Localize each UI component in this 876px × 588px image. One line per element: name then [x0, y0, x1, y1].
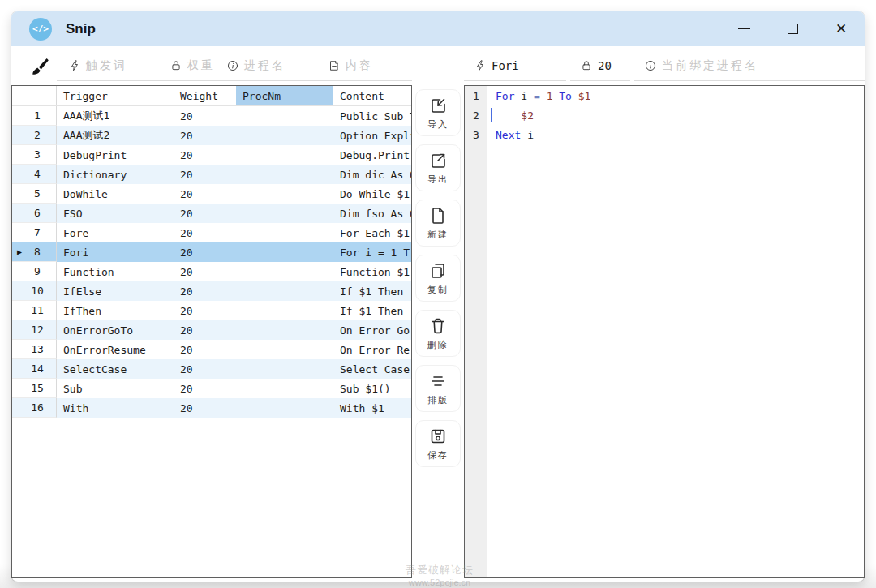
close-button[interactable]: ✕: [829, 17, 853, 41]
clear-filters-button[interactable]: [24, 52, 55, 81]
row-number-cell: 10: [12, 281, 57, 301]
column-header-procnm[interactable]: ProcNm: [236, 86, 333, 105]
trigger-cell: With: [57, 398, 174, 418]
code-token: 1: [547, 90, 553, 102]
procnm-cell: [236, 379, 333, 398]
trigger-cell: Dictionary: [57, 165, 174, 184]
toolbar: 触发词 权重 进程名: [11, 46, 865, 85]
code-line[interactable]: 3 Next i: [465, 125, 864, 144]
row-number-cell: 15: [12, 379, 57, 398]
row-number-cell: 11: [12, 301, 57, 320]
column-header-trigger[interactable]: Trigger: [57, 86, 174, 105]
row-number: 13: [27, 343, 56, 355]
row-number: 3: [27, 148, 56, 161]
procnm-cell: [236, 106, 333, 126]
procnm-cell: [236, 204, 333, 223]
code-line[interactable]: 1 For i = 1 To $1: [465, 86, 864, 105]
code-line[interactable]: 2 $2: [465, 105, 864, 125]
procnm-cell: [236, 301, 333, 320]
column-header-weight[interactable]: Weight: [174, 86, 236, 105]
table-row[interactable]: 16 With 20 With $1: [12, 398, 411, 418]
table-row[interactable]: 10 IfElse 20 If $1 Then: [12, 281, 411, 301]
line-number: 2: [465, 105, 487, 125]
row-number: 5: [27, 187, 56, 200]
code-token: i: [514, 90, 533, 102]
lightning-icon: [69, 60, 80, 71]
format-lines-icon: [428, 371, 448, 391]
code-token: $2: [521, 109, 534, 122]
weight-filter-input[interactable]: 权重: [170, 51, 227, 80]
table-row[interactable]: 15 Sub 20 Sub $1(): [12, 379, 411, 398]
new-button[interactable]: 新建: [415, 200, 461, 247]
snippet-weight-field[interactable]: 20: [570, 51, 630, 81]
table-row[interactable]: 6 FSO 20 Dim fso As O: [12, 204, 411, 223]
lock-icon: [170, 60, 182, 71]
save-button[interactable]: 保存: [415, 420, 461, 467]
process-filter-input[interactable]: 进程名: [227, 51, 328, 80]
line-number: 1: [465, 86, 487, 105]
procnm-cell: [236, 398, 333, 418]
table-row[interactable]: 4 Dictionary 20 Dim dic As O: [12, 165, 411, 184]
table-row[interactable]: 9 Function 20 Function $1: [12, 262, 411, 281]
import-button[interactable]: 导入: [415, 89, 461, 136]
row-number: 9: [27, 265, 56, 277]
snippet-process-field[interactable]: 当前绑定进程名: [634, 51, 865, 81]
table-row[interactable]: 7 Fore 20 For Each $1: [12, 223, 411, 242]
row-number: 8: [27, 246, 56, 258]
code-token: $1: [578, 90, 591, 102]
snippet-trigger-value: Fori: [492, 59, 519, 72]
trigger-cell: AAA测试1: [57, 106, 174, 126]
snippet-trigger-field[interactable]: Fori: [464, 51, 566, 81]
delete-button[interactable]: 删除: [415, 310, 461, 357]
weight-cell: 20: [174, 204, 236, 223]
minimize-button[interactable]: [732, 17, 756, 41]
format-button[interactable]: 排版: [415, 365, 461, 412]
row-number: 7: [27, 226, 56, 238]
content-cell: For Each $1: [333, 223, 411, 242]
trigger-cell: FSO: [57, 204, 174, 223]
procnm-cell: [236, 126, 333, 145]
table-row[interactable]: 14 SelectCase 20 Select Case: [12, 359, 411, 379]
code-text: $2: [487, 105, 864, 125]
row-number: 2: [27, 129, 56, 141]
app-window: </> Snip ✕ 触发词: [11, 11, 865, 582]
row-number-cell: ▶ 8: [12, 242, 57, 262]
row-number: 6: [27, 207, 56, 219]
weight-cell: 20: [174, 359, 236, 379]
code-editor[interactable]: 1 For i = 1 To $1 2 $2 3 Next i: [464, 85, 865, 578]
content-cell: Dim dic As O: [333, 165, 411, 184]
main-area: Trigger Weight ProcNm Content 1 AAA测试1 2…: [11, 85, 865, 582]
table-row[interactable]: 2 AAA测试2 20 Option Expli: [12, 126, 411, 145]
trigger-cell: SelectCase: [57, 359, 174, 379]
table-row[interactable]: 5 DoWhile 20 Do While $1: [12, 184, 411, 204]
table-row[interactable]: 12 OnErrorGoTo 20 On Error Go: [12, 320, 411, 340]
table-row[interactable]: 3 DebugPrint 20 Debug.Print: [12, 145, 411, 165]
content-filter-input[interactable]: 内容: [328, 51, 412, 80]
table-row[interactable]: ▶ 8 Fori 20 For i = 1 T: [12, 242, 411, 262]
row-number-cell: 9: [12, 262, 57, 281]
trigger-filter-placeholder: 触发词: [86, 58, 127, 73]
content-cell: If $1 Then: [333, 301, 411, 320]
maximize-button[interactable]: [780, 17, 805, 41]
titlebar[interactable]: </> Snip ✕: [11, 11, 865, 46]
row-number: 15: [27, 382, 56, 394]
row-number: 1: [27, 109, 56, 122]
procnm-cell: [236, 320, 333, 340]
trigger-filter-input[interactable]: 触发词: [57, 51, 170, 80]
weight-cell: 20: [174, 223, 236, 242]
table-row[interactable]: 11 IfThen 20 If $1 Then: [12, 301, 411, 320]
export-button[interactable]: 导出: [415, 144, 461, 191]
column-header-content[interactable]: Content: [333, 86, 411, 105]
code-token: To: [559, 90, 572, 102]
copy-button[interactable]: 复制: [415, 255, 461, 302]
table-row[interactable]: 1 AAA测试1 20 Public Sub T: [12, 106, 411, 126]
table-row[interactable]: 13 OnErrorResume 20 On Error Re: [12, 340, 411, 359]
new-label: 新建: [427, 229, 449, 241]
action-toolbar: 导入 导出 新建: [412, 85, 464, 578]
row-number-cell: 3: [12, 145, 57, 165]
trigger-cell: OnErrorGoTo: [57, 320, 174, 340]
export-icon: [428, 151, 448, 170]
close-icon: ✕: [835, 22, 847, 36]
code-token: [540, 90, 547, 102]
row-number-header: [12, 86, 57, 105]
